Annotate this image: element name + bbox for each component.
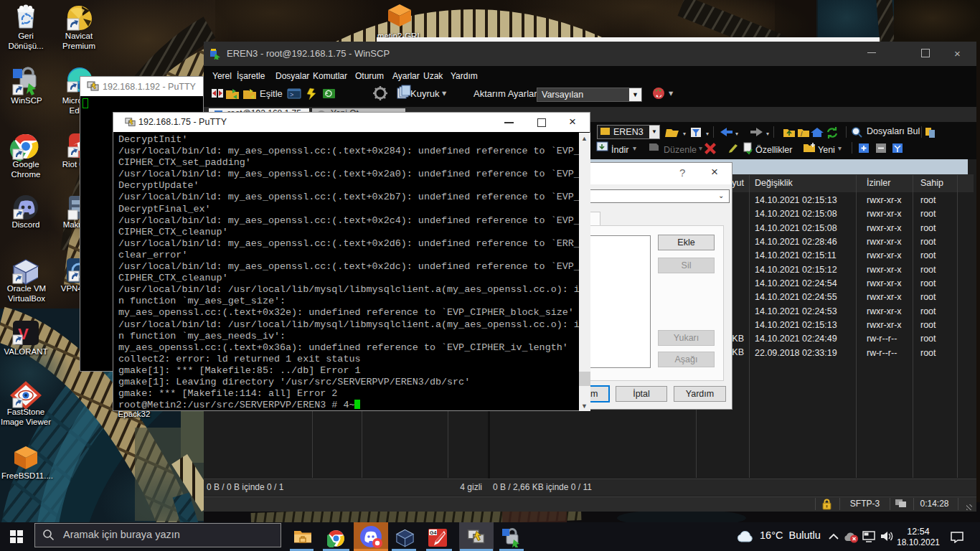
svg-text:>: > xyxy=(290,92,293,99)
svg-text:▾: ▾ xyxy=(735,131,738,137)
svg-text:G4: G4 xyxy=(430,530,436,535)
svg-text:▾: ▾ xyxy=(766,131,769,137)
svg-text:▾: ▾ xyxy=(683,131,686,137)
svg-text:▾: ▾ xyxy=(706,131,709,137)
